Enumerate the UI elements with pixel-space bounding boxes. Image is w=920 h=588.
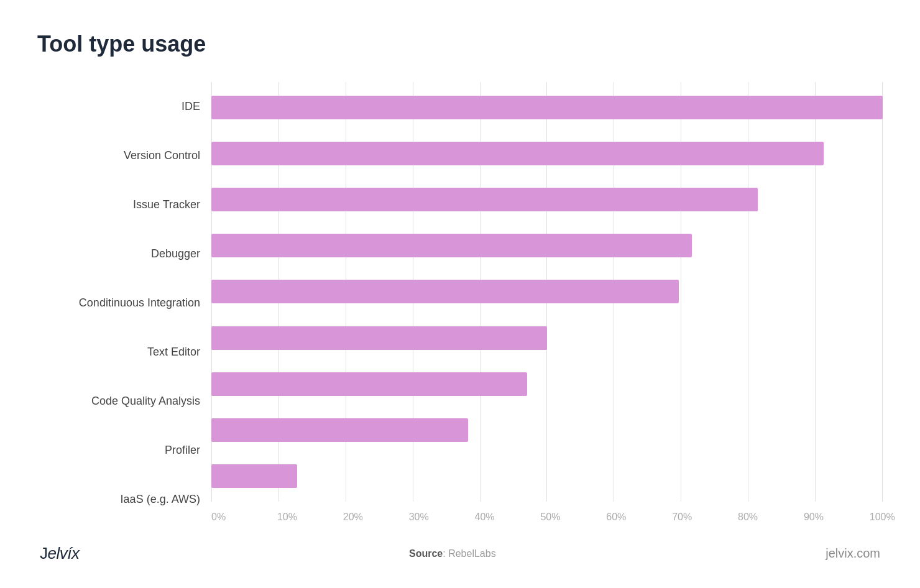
y-label: IDE: [37, 100, 211, 114]
bar-row: [211, 96, 883, 119]
bars-container: [211, 82, 883, 502]
footer: Jelvíx Source: RebelLabs jelvix.com: [37, 544, 883, 563]
bar-row: [211, 142, 883, 165]
bar: [211, 234, 692, 257]
chart-body: IDEVersion ControlIssue TrackerDebuggerC…: [37, 82, 883, 525]
bar: [211, 280, 679, 303]
y-label: Version Control: [37, 149, 211, 163]
bar: [211, 188, 758, 211]
bar-row: [211, 188, 883, 211]
bar: [211, 464, 297, 488]
source-text: Source: RebelLabs: [409, 548, 496, 559]
bar-row: [211, 372, 883, 396]
bar: [211, 96, 883, 119]
bar: [211, 418, 468, 442]
y-labels: IDEVersion ControlIssue TrackerDebuggerC…: [37, 82, 211, 525]
y-label: Conditinuous Integration: [37, 296, 211, 310]
bar-row: [211, 418, 883, 442]
bar: [211, 142, 824, 165]
bar: [211, 372, 527, 396]
bar-row: [211, 234, 883, 257]
source-value: : RebelLabs: [443, 548, 495, 559]
y-label: Profiler: [37, 444, 211, 457]
website: jelvix.com: [826, 546, 880, 561]
y-label: Debugger: [37, 247, 211, 261]
bar-row: [211, 326, 883, 350]
y-label: IaaS (e.g. AWS): [37, 493, 211, 507]
grid-and-bars: [211, 82, 883, 502]
x-axis-labels: 0%10%20%30%40%50%60%70%80%90%100%: [211, 507, 883, 525]
logo: Jelvíx: [40, 544, 79, 563]
source-label: Source: [409, 548, 443, 559]
chart-container: Tool type usage IDEVersion ControlIssue …: [0, 0, 920, 588]
bar-row: [211, 280, 883, 303]
chart-title: Tool type usage: [37, 31, 883, 57]
bar-row: [211, 464, 883, 488]
bar: [211, 326, 547, 350]
y-label: Issue Tracker: [37, 198, 211, 212]
plot-area: 0%10%20%30%40%50%60%70%80%90%100%: [211, 82, 883, 525]
chart-area: IDEVersion ControlIssue TrackerDebuggerC…: [37, 82, 883, 525]
y-label: Text Editor: [37, 346, 211, 359]
y-label: Code Quality Analysis: [37, 395, 211, 408]
